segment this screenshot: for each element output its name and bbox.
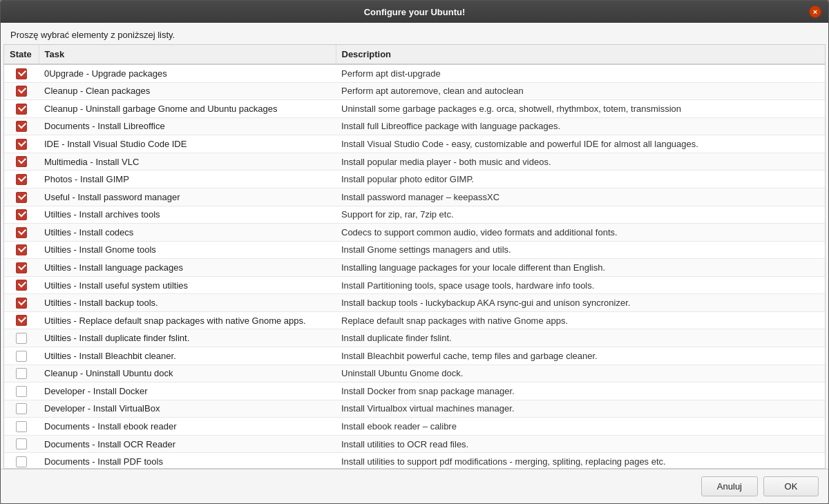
row-checkbox[interactable]: [16, 262, 27, 273]
state-cell: [4, 453, 39, 469]
task-cell: Developer - Install Docker: [39, 382, 336, 400]
state-cell: [4, 64, 39, 82]
description-cell: Install Visual Studio Code - easy, custo…: [336, 135, 825, 153]
task-cell: Cleanup - Uninstall garbage Gnome and Ub…: [39, 100, 336, 118]
table-row: Photos - Install GIMPInstall popular pho…: [4, 171, 825, 188]
state-cell: [4, 188, 39, 206]
description-cell: Install utilities to support pdf modific…: [336, 453, 825, 469]
description-cell: Install Virtualbox virtual machines mana…: [336, 400, 825, 418]
state-cell: [4, 100, 39, 118]
row-checkbox[interactable]: [16, 280, 27, 291]
description-cell: Install Gnome settings managers and util…: [336, 241, 825, 259]
dialog-window: Configure your Ubuntu! × Proszę wybrać e…: [0, 0, 829, 504]
description-cell: Perform apt autoremove, clean and autocl…: [336, 82, 825, 100]
table-row: Cleanup - Uninstall Ubuntu dockUninstall…: [4, 365, 825, 382]
header-task: Task: [39, 45, 336, 64]
task-cell: 0Upgrade - Upgrade packages: [39, 64, 336, 82]
state-cell: [4, 117, 39, 135]
description-cell: Install Partitioning tools, space usage …: [336, 276, 825, 294]
state-cell: [4, 224, 39, 242]
row-checkbox[interactable]: [16, 438, 27, 449]
state-cell: [4, 206, 39, 224]
row-checkbox[interactable]: [16, 227, 27, 238]
row-checkbox[interactable]: [16, 386, 27, 397]
row-checkbox[interactable]: [16, 104, 27, 115]
subtitle-text: Proszę wybrać elementy z poniższej listy…: [1, 23, 828, 44]
table-row: IDE - Install Visual Studio Code IDEInst…: [4, 135, 825, 153]
row-checkbox[interactable]: [16, 333, 27, 344]
task-table: State Task Description 0Upgrade - Upgrad…: [4, 45, 825, 469]
state-cell: [4, 171, 39, 188]
task-cell: Utilties - Install backup tools.: [39, 294, 336, 312]
description-cell: Support for zip, rar, 7zip etc.: [336, 206, 825, 224]
row-checkbox[interactable]: [16, 86, 27, 97]
description-cell: Install ebook reader – calibre: [336, 418, 825, 436]
table-row: Utilties - Install duplicate finder fsli…: [4, 329, 825, 347]
row-checkbox[interactable]: [16, 244, 27, 255]
cancel-button[interactable]: Anuluj: [701, 476, 758, 496]
row-checkbox[interactable]: [16, 351, 27, 362]
row-checkbox[interactable]: [16, 315, 27, 326]
state-cell: [4, 241, 39, 259]
description-cell: Install full Libreoffice package with la…: [336, 117, 825, 135]
ok-button[interactable]: OK: [763, 476, 819, 496]
state-cell: [4, 82, 39, 100]
row-checkbox[interactable]: [16, 174, 27, 185]
row-checkbox[interactable]: [16, 121, 27, 132]
task-cell: Developer - Install VirtualBox: [39, 400, 336, 418]
state-cell: [4, 400, 39, 418]
table-row: Utilties - Install language packagesInst…: [4, 259, 825, 277]
row-checkbox[interactable]: [16, 139, 27, 150]
table-row: Documents - Install OCR ReaderInstall ut…: [4, 435, 825, 453]
row-checkbox[interactable]: [16, 298, 27, 309]
task-cell: Cleanup - Uninstall Ubuntu dock: [39, 365, 336, 382]
table-row: Cleanup - Clean packagesPerform apt auto…: [4, 82, 825, 100]
footer: Anuluj OK: [1, 469, 828, 503]
task-cell: Documents - Install PDF tools: [39, 453, 336, 469]
state-cell: [4, 347, 39, 365]
state-cell: [4, 135, 39, 153]
table-row: Developer - Install VirtualBoxInstall Vi…: [4, 400, 825, 418]
description-cell: Install backup tools - luckybackup AKA r…: [336, 294, 825, 312]
state-cell: [4, 329, 39, 347]
task-cell: Utilties - Install useful system utiltie…: [39, 276, 336, 294]
table-row: Multimedia - Install VLCInstall popular …: [4, 153, 825, 171]
state-cell: [4, 435, 39, 453]
table-row: Utilties - Install Bleachbit cleaner.Ins…: [4, 347, 825, 365]
description-cell: Install Docker from snap package manager…: [336, 382, 825, 400]
row-checkbox[interactable]: [16, 156, 27, 167]
state-cell: [4, 311, 39, 329]
row-checkbox[interactable]: [16, 68, 27, 79]
description-cell: Install password manager – keepassXC: [336, 188, 825, 206]
description-cell: Perform apt dist-upgrade: [336, 64, 825, 82]
description-cell: Installing language packages for your lo…: [336, 259, 825, 277]
row-checkbox[interactable]: [16, 368, 27, 379]
table-row: Useful - Install password managerInstall…: [4, 188, 825, 206]
state-cell: [4, 276, 39, 294]
row-checkbox[interactable]: [16, 456, 27, 467]
description-cell: Uninstall some garbage packages e.g. orc…: [336, 100, 825, 118]
row-checkbox[interactable]: [16, 421, 27, 432]
task-cell: IDE - Install Visual Studio Code IDE: [39, 135, 336, 153]
table-row: Documents - Install ebook readerInstall …: [4, 418, 825, 436]
description-cell: Install Bleachbit powerful cache, temp f…: [336, 347, 825, 365]
row-checkbox[interactable]: [16, 403, 27, 414]
task-cell: Utilties - Install Bleachbit cleaner.: [39, 347, 336, 365]
task-cell: Photos - Install GIMP: [39, 171, 336, 188]
task-cell: Useful - Install password manager: [39, 188, 336, 206]
dialog-title: Configure your Ubuntu!: [364, 7, 466, 17]
row-checkbox[interactable]: [16, 192, 27, 203]
task-cell: Multimedia - Install VLC: [39, 153, 336, 171]
task-table-container[interactable]: State Task Description 0Upgrade - Upgrad…: [3, 44, 826, 469]
table-row: Documents - Install LibreofficeInstall f…: [4, 117, 825, 135]
task-cell: Utilties - Install duplicate finder fsli…: [39, 329, 336, 347]
table-header-row: State Task Description: [4, 45, 825, 64]
description-cell: Install popular media player - both musi…: [336, 153, 825, 171]
state-cell: [4, 418, 39, 436]
row-checkbox[interactable]: [16, 209, 27, 220]
titlebar: Configure your Ubuntu! ×: [1, 1, 828, 23]
table-row: Developer - Install DockerInstall Docker…: [4, 382, 825, 400]
header-description: Description: [336, 45, 825, 64]
close-button[interactable]: ×: [809, 6, 821, 18]
state-cell: [4, 153, 39, 171]
